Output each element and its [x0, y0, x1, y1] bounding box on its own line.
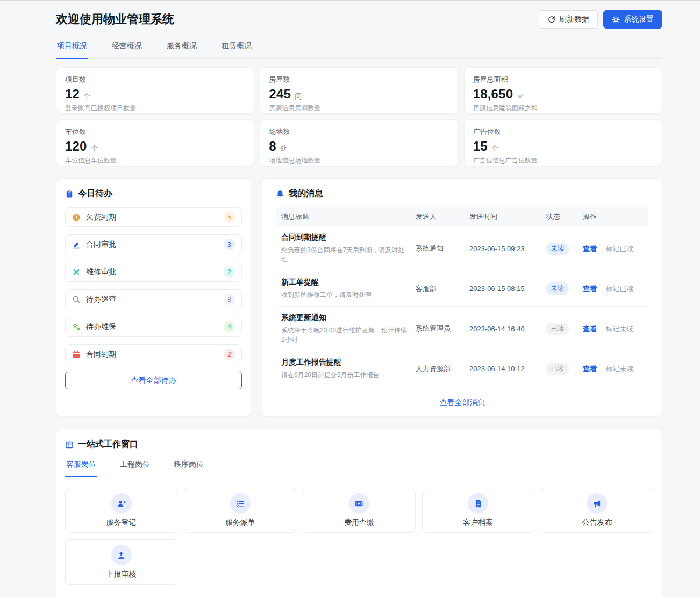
view-message-link[interactable]: 查看 — [583, 285, 597, 293]
todo-item-repair-approval[interactable]: 维修审批 2 — [65, 262, 242, 282]
message-desc: 系统将于今晚23:00进行维护更新，预计持续2小时 — [281, 326, 410, 344]
status-badge: 未读 — [546, 282, 569, 295]
mark-read-link[interactable]: 标记已读 — [605, 245, 633, 253]
workstation-panel: 一站式工作窗口 客服岗位 工程岗位 秩序岗位 服务登记 服务派单 — [56, 429, 662, 597]
money-icon — [349, 493, 369, 514]
todo-count-badge: 4 — [224, 321, 235, 332]
shortcut-report-review[interactable]: 上报审核 — [65, 539, 177, 585]
grid-icon — [65, 440, 74, 449]
gears-icon — [72, 323, 81, 331]
todo-count-badge: 3 — [224, 239, 235, 250]
document-icon — [468, 493, 488, 514]
system-settings-button[interactable]: 系统设置 — [603, 10, 662, 29]
todo-count-badge: 8 — [224, 294, 235, 305]
message-row: 新工单提醒 收到新的维修工单，请及时处理 客服部 2023-06-15 08:1… — [276, 271, 648, 307]
view-all-messages-link[interactable]: 查看全部消息 — [276, 398, 648, 408]
page-header: 欢迎使用物业管理系统 刷新数据 系统设置 — [56, 10, 662, 29]
shortcut-customer-files[interactable]: 客户档案 — [422, 488, 534, 533]
message-sender: 系统通知 — [416, 244, 469, 253]
todo-item-pending-inspection[interactable]: 待办巡查 8 — [65, 289, 242, 309]
tab-business-overview[interactable]: 经营概况 — [111, 37, 143, 58]
stat-value: 12 — [65, 87, 80, 102]
shortcut-grid: 服务登记 服务派单 费用查缴 客户档案 — [65, 488, 653, 585]
shortcut-announcement[interactable]: 公告发布 — [541, 488, 653, 533]
bell-icon — [276, 190, 284, 198]
refresh-icon — [547, 16, 555, 24]
message-time: 2023-06-14 10:12 — [469, 365, 546, 373]
view-message-link[interactable]: 查看 — [583, 365, 597, 373]
stat-card-venues: 场地数 8处 场地信息场地数量 — [260, 119, 458, 166]
status-badge: 已读 — [546, 323, 569, 335]
stat-value: 245 — [269, 87, 291, 102]
todo-item-contract-approval[interactable]: 合同审批 3 — [65, 234, 242, 254]
user-add-icon — [111, 493, 132, 514]
stat-value: 18,650 — [473, 87, 513, 102]
message-title: 合同到期提醒 — [281, 233, 410, 243]
clipboard-icon — [65, 190, 74, 198]
stat-value: 15 — [473, 139, 488, 154]
messages-panel: 我的消息 消息标题 发送人 发送时间 状态 操作 合同到期提醒 您负责的3份合同… — [262, 178, 662, 417]
message-row: 合同到期提醒 您负责的3份合同将在7天后到期，请及时处理 系统通知 2023-0… — [276, 226, 648, 271]
todo-list: 欠费到期 5 合同审批 3 维修审批 2 — [65, 207, 242, 364]
messages-table: 消息标题 发送人 发送时间 状态 操作 合同到期提醒 您负责的3份合同将在7天后… — [276, 207, 648, 386]
messages-table-header: 消息标题 发送人 发送时间 状态 操作 — [276, 207, 648, 226]
tab-project-overview[interactable]: 项目概况 — [56, 37, 88, 59]
shortcut-service-dispatch[interactable]: 服务派单 — [184, 488, 296, 533]
dispatch-list-icon — [230, 493, 251, 514]
stat-card-houses: 房屋数 245间 房源信息房间数量 — [260, 67, 458, 114]
view-all-todos-button[interactable]: 查看全部待办 — [65, 372, 242, 389]
message-desc: 收到新的维修工单，请及时处理 — [281, 290, 410, 300]
message-sender: 系统管理员 — [416, 324, 469, 333]
stat-card-ad-spaces: 广告位数 15个 广告位信息广告位数量 — [464, 119, 662, 166]
todo-panel-title: 今日待办 — [65, 188, 242, 200]
tab-engineering-post[interactable]: 工程岗位 — [119, 456, 151, 477]
shortcut-service-register[interactable]: 服务登记 — [65, 488, 177, 533]
megaphone-icon — [587, 493, 607, 514]
column-header: 状态 — [546, 212, 583, 222]
dashboard: 欢迎使用物业管理系统 刷新数据 系统设置 项目概况 经营概况 服务概况 租赁概况 — [56, 1, 662, 597]
repair-tools-icon — [72, 268, 81, 276]
stat-value: 120 — [65, 139, 87, 154]
shortcut-fee-payment[interactable]: 费用查缴 — [303, 488, 415, 533]
todo-panel: 今日待办 欠费到期 5 合同审批 3 — [56, 178, 251, 417]
column-header: 发送时间 — [469, 212, 546, 222]
message-row: 月度工作报告提醒 请在6月20日前提交5月份工作报告 人力资源部 2023-06… — [276, 351, 648, 386]
message-title: 系统更新通知 — [281, 313, 410, 323]
todo-item-contract-expiry[interactable]: 合同到期 2 — [65, 344, 242, 364]
message-time: 2023-06-15 09:23 — [469, 245, 546, 253]
mark-unread-link[interactable]: 标记未读 — [605, 365, 633, 373]
todo-item-fee-overdue[interactable]: 欠费到期 5 — [65, 207, 242, 227]
mark-read-link[interactable]: 标记已读 — [605, 285, 633, 293]
status-badge: 未读 — [546, 243, 569, 255]
stats-grid: 项目数 12个 登录账号已授权项目数量 房屋数 245间 房源信息房间数量 房屋… — [56, 67, 662, 166]
tab-order-post[interactable]: 秩序岗位 — [173, 456, 205, 477]
status-badge: 已读 — [546, 363, 569, 375]
calendar-icon — [72, 350, 81, 359]
workstation-tabs: 客服岗位 工程岗位 秩序岗位 — [65, 456, 653, 477]
header-actions: 刷新数据 系统设置 — [539, 10, 662, 29]
message-row: 系统更新通知 系统将于今晚23:00进行维护更新，预计持续2小时 系统管理员 2… — [276, 307, 648, 351]
workstation-panel-title: 一站式工作窗口 — [65, 439, 653, 450]
message-sender: 客服部 — [416, 284, 469, 294]
message-sender: 人力资源部 — [416, 364, 469, 374]
message-title: 新工单提醒 — [281, 278, 410, 287]
mark-unread-link[interactable]: 标记未读 — [605, 325, 633, 333]
todo-count-badge: 2 — [224, 266, 235, 278]
column-header: 操作 — [583, 212, 643, 222]
tab-customer-service-post[interactable]: 客服岗位 — [65, 456, 97, 477]
message-desc: 您负责的3份合同将在7天后到期，请及时处理 — [281, 246, 410, 264]
column-header: 消息标题 — [281, 212, 416, 222]
tab-lease-overview[interactable]: 租赁概况 — [220, 37, 253, 58]
gear-icon — [612, 16, 620, 24]
message-title: 月度工作报告提醒 — [281, 358, 410, 367]
message-desc: 请在6月20日前提交5月份工作报告 — [281, 371, 410, 380]
refresh-data-button[interactable]: 刷新数据 — [539, 10, 598, 29]
upload-icon — [111, 545, 132, 565]
todo-item-pending-maintenance[interactable]: 待办维保 4 — [65, 317, 242, 337]
warning-icon — [72, 213, 81, 222]
column-header: 发送人 — [416, 212, 469, 222]
view-message-link[interactable]: 查看 — [583, 325, 597, 333]
view-message-link[interactable]: 查看 — [583, 245, 597, 253]
search-icon — [72, 295, 81, 304]
tab-service-overview[interactable]: 服务概况 — [166, 37, 198, 58]
